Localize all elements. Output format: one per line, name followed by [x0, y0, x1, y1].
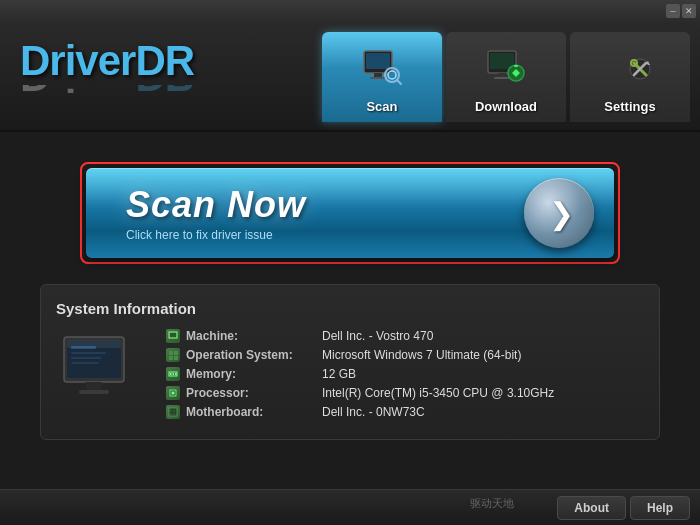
logo-reflection: DriverDR — [20, 85, 194, 100]
info-row-processor: Processor: Intel(R) Core(TM) i5-3450 CPU… — [166, 386, 644, 400]
tab-settings[interactable]: Settings — [570, 32, 690, 122]
svg-text:驱动天地: 驱动天地 — [470, 497, 514, 509]
help-button[interactable]: Help — [630, 496, 690, 520]
os-icon — [166, 348, 180, 362]
logo-text: DriverDR — [20, 37, 194, 85]
svg-rect-10 — [494, 77, 510, 79]
close-button[interactable]: ✕ — [682, 4, 696, 18]
info-row-motherboard: Motherboard: Dell Inc. - 0NW73C — [166, 405, 644, 419]
info-row-memory: Memory: 12 GB — [166, 367, 644, 381]
svg-rect-37 — [175, 373, 177, 375]
svg-rect-35 — [170, 373, 172, 375]
minimize-button[interactable]: – — [666, 4, 680, 18]
scan-arrow-icon: ❯ — [549, 196, 574, 231]
motherboard-icon — [166, 405, 180, 419]
svg-rect-23 — [71, 357, 101, 359]
content-area: Scan Now Click here to fix driver issue … — [0, 132, 700, 460]
tab-download[interactable]: Download — [446, 32, 566, 122]
motherboard-value: Dell Inc. - 0NW73C — [322, 405, 425, 419]
svg-rect-32 — [169, 356, 173, 360]
logo-prefix: Driver — [20, 37, 135, 84]
footer: 驱动天地 About Help — [0, 489, 700, 525]
machine-icon — [166, 329, 180, 343]
svg-rect-24 — [71, 362, 99, 364]
memory-label: Memory: — [186, 367, 316, 381]
scan-now-title: Scan Now — [126, 184, 306, 226]
svg-rect-1 — [366, 53, 390, 69]
logo-suffix: DR — [135, 37, 194, 84]
svg-line-6 — [397, 80, 401, 84]
svg-rect-25 — [86, 382, 102, 390]
svg-rect-27 — [67, 340, 121, 348]
svg-rect-30 — [169, 351, 173, 355]
monitor-icon — [56, 329, 146, 409]
svg-rect-26 — [79, 390, 109, 394]
system-info-title: System Information — [56, 300, 644, 317]
scan-button-text: Scan Now Click here to fix driver issue — [126, 184, 306, 242]
info-row-machine: Machine: Dell Inc. - Vostro 470 — [166, 329, 644, 343]
scan-tab-icon — [360, 49, 404, 95]
processor-icon — [166, 386, 180, 400]
scan-now-button[interactable]: Scan Now Click here to fix driver issue … — [86, 168, 614, 258]
motherboard-label: Motherboard: — [186, 405, 316, 419]
app-container: DriverDR DriverDR — [0, 22, 700, 525]
os-label: Operation System: — [186, 348, 316, 362]
settings-tab-label: Settings — [604, 99, 655, 114]
svg-rect-31 — [174, 351, 178, 355]
svg-rect-2 — [374, 73, 382, 77]
download-tab-icon — [484, 49, 528, 95]
svg-rect-3 — [370, 77, 386, 79]
svg-rect-22 — [71, 352, 106, 354]
machine-value: Dell Inc. - Vostro 470 — [322, 329, 433, 343]
tab-scan[interactable]: Scan — [322, 32, 442, 122]
os-value: Microsoft Windows 7 Ultimate (64-bit) — [322, 348, 521, 362]
nav-tabs: Scan Download — [322, 32, 690, 122]
svg-rect-39 — [172, 392, 175, 395]
svg-rect-29 — [170, 333, 176, 337]
svg-rect-9 — [498, 73, 506, 77]
about-button[interactable]: About — [557, 496, 626, 520]
processor-label: Processor: — [186, 386, 316, 400]
scan-arrow-button[interactable]: ❯ — [524, 178, 594, 248]
memory-value: 12 GB — [322, 367, 356, 381]
system-info-panel: System Information — [40, 284, 660, 440]
memory-icon — [166, 367, 180, 381]
settings-tab-icon — [608, 49, 652, 95]
logo: DriverDR DriverDR — [20, 37, 194, 100]
title-bar: – ✕ — [0, 0, 700, 22]
machine-label: Machine: — [186, 329, 316, 343]
scan-now-subtitle: Click here to fix driver issue — [126, 228, 306, 242]
download-tab-label: Download — [475, 99, 537, 114]
header: DriverDR DriverDR — [0, 22, 700, 132]
system-info-details: Machine: Dell Inc. - Vostro 470 Operatio… — [166, 329, 644, 424]
info-row-os: Operation System: Microsoft Windows 7 Ul… — [166, 348, 644, 362]
svg-rect-36 — [173, 373, 175, 375]
svg-rect-40 — [169, 408, 177, 416]
svg-rect-33 — [174, 356, 178, 360]
scan-tab-label: Scan — [366, 99, 397, 114]
scan-button-wrapper: Scan Now Click here to fix driver issue … — [80, 162, 620, 264]
svg-rect-13 — [514, 65, 518, 67]
processor-value: Intel(R) Core(TM) i5-3450 CPU @ 3.10GHz — [322, 386, 554, 400]
